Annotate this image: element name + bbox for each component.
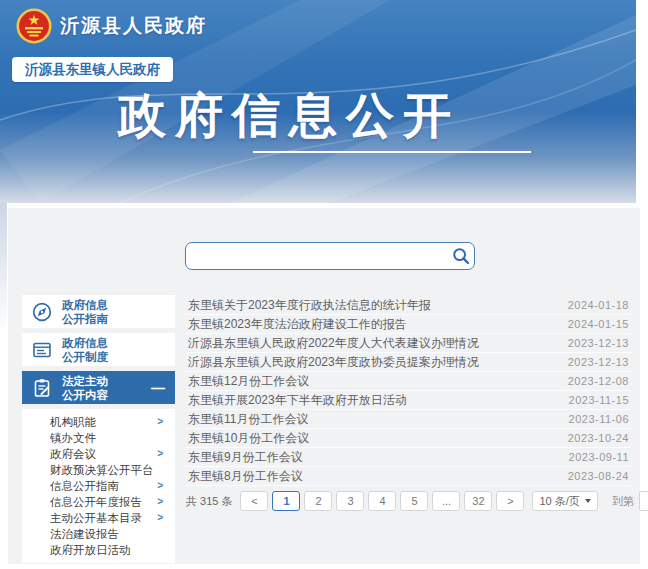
brand: 沂源县人民政府 bbox=[16, 8, 207, 44]
list-item[interactable]: 东里镇2023年度法治政府建设工作的报告 2024-01-15 bbox=[186, 315, 631, 334]
compass-icon bbox=[22, 301, 62, 323]
list-item-title[interactable]: 东里镇开展2023年下半年政府开放日活动 bbox=[188, 392, 407, 409]
sidebar-item-disclosure-system[interactable]: 政府信息 公开制度 bbox=[22, 333, 175, 366]
submenu-item-town-documents[interactable]: 镇办文件 bbox=[22, 430, 175, 446]
submenu-item-disclosure-catalog[interactable]: 主动公开基本目录 > bbox=[22, 510, 175, 526]
title-underline bbox=[253, 151, 531, 153]
pagination-goto: 到第 页 bbox=[612, 491, 648, 511]
clipboard-icon bbox=[22, 377, 62, 399]
sidebar-item-label: 法定主动 公开内容 bbox=[62, 374, 108, 402]
collapse-minus-icon[interactable]: — bbox=[151, 381, 165, 395]
sidebar-item-statutory-disclosure[interactable]: 法定主动 公开内容 — bbox=[22, 371, 175, 404]
list-item-date: 2023-08-24 bbox=[568, 470, 629, 482]
site-title: 沂源县人民政府 bbox=[60, 13, 207, 39]
page-title: 政府信息公开 bbox=[118, 84, 460, 148]
chevron-right-icon: > bbox=[157, 510, 163, 526]
list-item-date: 2023-12-13 bbox=[568, 337, 629, 349]
list-item[interactable]: 东里镇关于2023年度行政执法信息的统计年报 2024-01-18 bbox=[186, 296, 631, 315]
search-icon[interactable] bbox=[448, 244, 474, 268]
list-item[interactable]: 沂源县东里镇人民政府2022年度人大代表建议办理情况 2023-12-13 bbox=[186, 334, 631, 353]
chevron-down-icon bbox=[585, 499, 591, 503]
sidebar-item-disclosure-guide[interactable]: 政府信息 公开指南 bbox=[22, 295, 175, 328]
list-item-title[interactable]: 东里镇关于2023年度行政执法信息的统计年报 bbox=[188, 297, 431, 314]
chevron-right-icon: > bbox=[157, 494, 163, 510]
list-item-date: 2023-09-11 bbox=[569, 451, 629, 463]
chevron-right-icon: > bbox=[157, 414, 163, 430]
chevron-right-icon: > bbox=[157, 478, 163, 494]
submenu-item-info-guide[interactable]: 信息公开指南 > bbox=[22, 478, 175, 494]
list-item-date: 2024-01-15 bbox=[568, 318, 629, 330]
document-icon bbox=[22, 339, 62, 361]
list-item-date: 2023-12-13 bbox=[568, 356, 629, 368]
submenu-item-law-report[interactable]: 法治建设报告 bbox=[22, 526, 175, 542]
pagination-prev-button[interactable]: < bbox=[240, 491, 268, 511]
list-item-title[interactable]: 东里镇12月份工作会议 bbox=[188, 373, 309, 390]
list-item-date: 2023-11-15 bbox=[569, 394, 629, 406]
page-header: 沂源县人民政府 沂源县东里镇人民政府 政府信息公开 bbox=[0, 0, 636, 203]
list-item-date: 2023-11-06 bbox=[569, 413, 629, 425]
page: 沂源县人民政府 沂源县东里镇人民政府 政府信息公开 bbox=[0, 0, 648, 569]
list-item-date: 2023-10-24 bbox=[568, 432, 629, 444]
goto-page-input[interactable] bbox=[639, 491, 648, 511]
content-area: 政府信息 公开指南 政府信息 公开制度 bbox=[8, 208, 640, 564]
list-item-title[interactable]: 东里镇8月份工作会议 bbox=[188, 468, 303, 485]
header-left-fade bbox=[0, 203, 7, 333]
pagination: 共 315 条 < 1 2 3 4 5 ... 32 > 10 条/页 到第 页… bbox=[186, 491, 638, 511]
national-emblem-icon bbox=[16, 8, 52, 44]
pagination-page-3[interactable]: 3 bbox=[336, 491, 364, 511]
document-list: 东里镇关于2023年度行政执法信息的统计年报 2024-01-18 东里镇202… bbox=[186, 296, 631, 486]
pagination-page-5[interactable]: 5 bbox=[400, 491, 428, 511]
list-item-date: 2023-12-08 bbox=[568, 375, 629, 387]
sidebar: 政府信息 公开指南 政府信息 公开制度 bbox=[22, 295, 175, 563]
search-bar bbox=[185, 242, 475, 270]
submenu-item-org-functions[interactable]: 机构职能 > bbox=[22, 414, 175, 430]
pagination-page-32[interactable]: 32 bbox=[464, 491, 492, 511]
list-item-title[interactable]: 东里镇9月份工作会议 bbox=[188, 449, 303, 466]
submenu-item-gov-meetings[interactable]: 政府会议 > bbox=[22, 446, 175, 462]
list-item[interactable]: 东里镇9月份工作会议 2023-09-11 bbox=[186, 448, 631, 467]
list-item[interactable]: 东里镇开展2023年下半年政府开放日活动 2023-11-15 bbox=[186, 391, 631, 410]
pagination-next-button[interactable]: > bbox=[496, 491, 524, 511]
list-item[interactable]: 东里镇12月份工作会议 2023-12-08 bbox=[186, 372, 631, 391]
list-item[interactable]: 东里镇8月份工作会议 2023-08-24 bbox=[186, 467, 631, 486]
list-item-title[interactable]: 沂源县东里镇人民政府2023年度政协委员提案办理情况 bbox=[188, 354, 479, 371]
sidebar-item-label: 政府信息 公开指南 bbox=[62, 298, 108, 326]
pagination-total: 共 315 条 bbox=[186, 494, 232, 509]
list-item[interactable]: 沂源县东里镇人民政府2023年度政协委员提案办理情况 2023-12-13 bbox=[186, 353, 631, 372]
sidebar-submenu: 机构职能 > 镇办文件 政府会议 > 财政预决算公开平台 信息公开指南 bbox=[22, 409, 175, 563]
pagination-page-2[interactable]: 2 bbox=[304, 491, 332, 511]
submenu-item-open-day[interactable]: 政府开放日活动 bbox=[22, 542, 175, 558]
pagination-page-1[interactable]: 1 bbox=[272, 491, 300, 511]
list-item-date: 2024-01-18 bbox=[568, 299, 629, 311]
list-item-title[interactable]: 东里镇10月份工作会议 bbox=[188, 430, 309, 447]
sidebar-item-label: 政府信息 公开制度 bbox=[62, 336, 108, 364]
list-item-title[interactable]: 东里镇11月份工作会议 bbox=[188, 411, 308, 428]
list-item[interactable]: 东里镇10月份工作会议 2023-10-24 bbox=[186, 429, 631, 448]
town-gov-badge[interactable]: 沂源县东里镇人民政府 bbox=[12, 57, 173, 82]
pagination-page-4[interactable]: 4 bbox=[368, 491, 396, 511]
page-size-select[interactable]: 10 条/页 bbox=[532, 491, 597, 511]
submenu-item-annual-report[interactable]: 信息公开年度报告 > bbox=[22, 494, 175, 510]
search-input[interactable] bbox=[196, 245, 448, 267]
submenu-item-budget-platform[interactable]: 财政预决算公开平台 bbox=[22, 462, 175, 478]
pagination-ellipsis[interactable]: ... bbox=[432, 491, 460, 511]
chevron-right-icon: > bbox=[157, 446, 163, 462]
list-item[interactable]: 东里镇11月份工作会议 2023-11-06 bbox=[186, 410, 631, 429]
list-item-title[interactable]: 沂源县东里镇人民政府2022年度人大代表建议办理情况 bbox=[188, 335, 479, 352]
list-item-title[interactable]: 东里镇2023年度法治政府建设工作的报告 bbox=[188, 316, 407, 333]
